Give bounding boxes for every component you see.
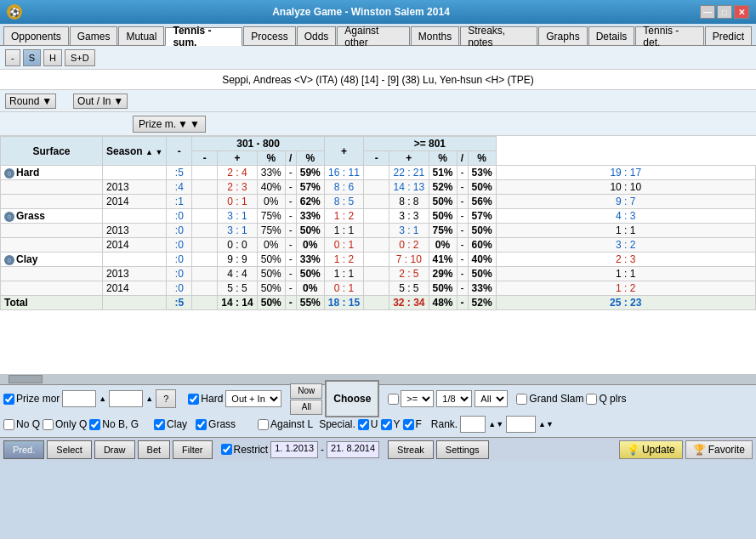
- cell-301-plus: 3 : 1: [218, 224, 257, 238]
- scroll-thumb[interactable]: [9, 375, 43, 383]
- date-from[interactable]: 1. 1.2013: [270, 441, 318, 458]
- filter-row: Round ▼ Out / In ▼: [0, 90, 756, 112]
- minus-button[interactable]: -: [5, 49, 20, 66]
- cell-301-pct1: 75%: [257, 209, 285, 224]
- cell-301-pct2: 50%: [296, 224, 324, 238]
- draw-button[interactable]: Draw: [94, 440, 135, 459]
- u-check[interactable]: U: [358, 418, 378, 430]
- filter-button[interactable]: Filter: [173, 440, 212, 459]
- arrow-up2-icon[interactable]: ▲: [145, 394, 153, 403]
- tab-odds[interactable]: Odds: [297, 26, 337, 45]
- tab-predict[interactable]: Predict: [705, 26, 752, 45]
- cell-slash1: -: [285, 296, 296, 310]
- expand-icon[interactable]: ○: [4, 212, 14, 222]
- cell-slash1: -: [285, 195, 296, 209]
- rank-from-input[interactable]: 1: [460, 416, 486, 433]
- cell-slash2: -: [457, 209, 468, 224]
- app-icon: ⚽: [7, 4, 22, 20]
- expand-icon[interactable]: ○: [4, 255, 14, 265]
- s-button[interactable]: S: [23, 49, 41, 66]
- tab-details[interactable]: Details: [588, 26, 635, 45]
- cell-dash: :0: [167, 209, 192, 224]
- cell-801-pct3: 51%: [429, 166, 457, 180]
- bet-button[interactable]: Bet: [138, 440, 171, 459]
- tab-tennis-sum[interactable]: Tennis - sum.: [165, 27, 242, 46]
- gte-select[interactable]: >=: [401, 390, 434, 407]
- prize-val1-input[interactable]: 500: [62, 390, 96, 407]
- tab-months[interactable]: Months: [411, 26, 459, 45]
- h-button[interactable]: H: [43, 49, 62, 66]
- cell-slash1: -: [285, 224, 296, 238]
- maximize-button[interactable]: □: [717, 5, 732, 19]
- cell-301-pct1: 50%: [257, 281, 285, 296]
- f-check[interactable]: F: [403, 418, 422, 430]
- pred-button[interactable]: Pred.: [3, 440, 44, 459]
- streak-button[interactable]: Streak: [388, 440, 434, 459]
- out-in-select[interactable]: Out + In: [225, 390, 281, 407]
- cell-801-minus: [364, 252, 389, 267]
- cell-slash2: -: [457, 195, 468, 209]
- clay-check[interactable]: Clay: [154, 418, 187, 430]
- cell-surface: [1, 195, 103, 209]
- y-check[interactable]: Y: [381, 418, 401, 430]
- cell-301-pct2: 33%: [296, 209, 324, 224]
- q-plrs-check[interactable]: Q plrs: [586, 393, 626, 405]
- cell-dash: :4: [167, 180, 192, 195]
- sd-button[interactable]: S+D: [65, 49, 95, 66]
- rank-arrow-up2[interactable]: ▲▼: [538, 420, 554, 428]
- close-button[interactable]: ✕: [734, 5, 749, 19]
- tab-opponents[interactable]: Opponents: [3, 26, 69, 45]
- date-to[interactable]: 21. 8.2014: [327, 441, 379, 458]
- now-button[interactable]: Now: [290, 383, 322, 399]
- favorite-button[interactable]: 🏆 Favorite: [685, 440, 753, 459]
- cell-301-pct1: 75%: [257, 224, 285, 238]
- prize-mor-check[interactable]: Prize mor: [3, 393, 60, 405]
- tab-tennis-det[interactable]: Tennis - det.: [635, 26, 703, 45]
- tab-games[interactable]: Games: [70, 26, 118, 45]
- out-in-button[interactable]: Out / In ▼: [73, 94, 128, 109]
- only-q-check[interactable]: Only Q: [43, 418, 87, 430]
- update-button[interactable]: 💡 Update: [619, 440, 683, 459]
- tab-process[interactable]: Process: [243, 26, 295, 45]
- top-tab-bar: Opponents Games Mutual Tennis - sum. Pro…: [0, 24, 756, 46]
- gte-check[interactable]: >=: [388, 390, 434, 407]
- cell-slash2: -: [457, 180, 468, 195]
- all-select[interactable]: All: [475, 390, 508, 407]
- question-button[interactable]: ?: [156, 389, 176, 408]
- grand-slam-check[interactable]: Grand Slam: [516, 393, 583, 405]
- tab-streaks[interactable]: Streaks, notes: [460, 26, 537, 45]
- cell-surface: Total: [1, 296, 103, 310]
- tab-mutual[interactable]: Mutual: [118, 26, 164, 45]
- rank-to-input[interactable]: 250: [506, 416, 536, 433]
- grass-check[interactable]: Grass: [196, 418, 236, 430]
- prize-val2-input[interactable]: 1000: [109, 390, 143, 407]
- fraction-select[interactable]: 1/8: [436, 390, 472, 407]
- cell-301-pct2: 50%: [296, 267, 324, 281]
- minimize-button[interactable]: —: [700, 5, 715, 19]
- cell-801-pct3: 50%: [429, 281, 457, 296]
- cell-last-plus: 2 : 3: [496, 252, 755, 267]
- date-arrow-icon: -: [321, 444, 324, 456]
- prize-button[interactable]: Prize m. ▼ ▼: [133, 116, 206, 133]
- against-l-check[interactable]: Against L: [258, 418, 313, 430]
- hard-check[interactable]: Hard: [188, 393, 223, 405]
- cell-801-minus: [364, 209, 389, 224]
- select-button[interactable]: Select: [47, 440, 92, 459]
- rank-arrow-up[interactable]: ▲▼: [488, 420, 503, 428]
- cell-mid-plus: 16 : 11: [324, 166, 363, 180]
- cell-slash1: -: [285, 209, 296, 224]
- cell-301-plus: 9 : 9: [218, 252, 257, 267]
- cell-season: [103, 166, 167, 180]
- no-q-check[interactable]: No Q: [3, 418, 40, 430]
- cell-slash2: -: [457, 224, 468, 238]
- arrow-up-icon[interactable]: ▲: [99, 394, 106, 403]
- restrict-check[interactable]: Restrict: [221, 444, 269, 456]
- no-bg-check[interactable]: No B, G: [89, 418, 139, 430]
- tab-against-other[interactable]: Against other: [337, 26, 409, 45]
- cell-801-plus: 22 : 21: [389, 166, 429, 180]
- tab-graphs[interactable]: Graphs: [538, 26, 587, 45]
- expand-icon[interactable]: ○: [4, 168, 14, 179]
- settings-button[interactable]: Settings: [436, 440, 489, 459]
- round-button[interactable]: Round ▼: [5, 94, 56, 109]
- cell-801-pct4: 40%: [468, 252, 496, 267]
